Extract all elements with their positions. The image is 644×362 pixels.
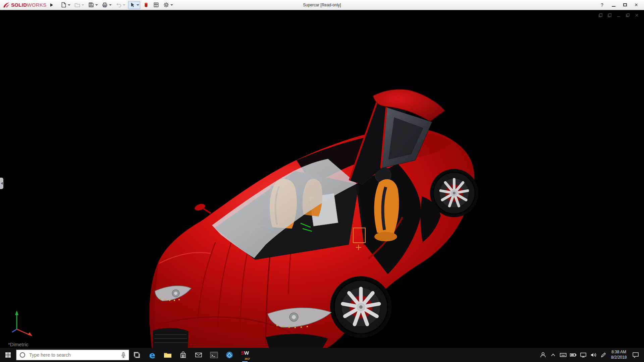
orientation-triad-icon — [12, 310, 33, 336]
restore-icon — [625, 13, 630, 18]
options-button[interactable] — [162, 1, 174, 9]
action-center-icon — [632, 352, 639, 358]
logo-text-solid: SOLID — [11, 2, 27, 8]
graphics-viewport[interactable]: *Dimetric — [0, 10, 644, 348]
restore-document-button[interactable] — [625, 12, 630, 18]
close-document-button[interactable] — [634, 12, 639, 18]
cascade-button[interactable] — [607, 12, 612, 18]
mail-icon — [195, 352, 202, 358]
minimize-button[interactable] — [608, 1, 619, 9]
edge-icon: e — [149, 350, 155, 360]
minimize-icon — [612, 6, 615, 7]
microphone-icon[interactable] — [121, 352, 126, 358]
open-button[interactable] — [73, 1, 85, 9]
undo-button[interactable] — [114, 1, 126, 9]
save-icon — [88, 2, 94, 8]
people-icon — [540, 352, 546, 358]
file-explorer-icon — [164, 352, 172, 358]
minimize-icon — [616, 13, 621, 18]
windows-logo-icon — [5, 352, 11, 358]
touch-keyboard-button[interactable] — [558, 348, 568, 362]
pen-button[interactable] — [598, 348, 608, 362]
dropdown-caret-icon — [68, 4, 70, 6]
taskbar-clock[interactable]: 8:38 AM 8/2/2018 — [608, 350, 629, 360]
dropdown-caret-icon — [123, 4, 125, 6]
play-icon — [50, 3, 53, 7]
save-button[interactable] — [87, 1, 99, 9]
clock-date: 8/2/2018 — [609, 355, 629, 360]
edge-button[interactable]: e — [145, 348, 160, 362]
appearance-button[interactable] — [142, 1, 150, 9]
taskbar-search[interactable] — [16, 350, 129, 360]
clock-time: 8:38 AM — [609, 350, 629, 355]
logo-text-works: WORKS — [27, 2, 46, 8]
task-view-icon — [133, 351, 141, 359]
gear-icon — [163, 2, 169, 8]
store-button[interactable] — [175, 348, 191, 362]
select-cursor-icon — [129, 2, 136, 8]
action-center-button[interactable] — [629, 348, 642, 362]
dropdown-caret-icon — [170, 4, 173, 6]
keyboard-icon — [560, 352, 567, 358]
new-document-button[interactable] — [59, 1, 71, 9]
document-window-controls — [598, 12, 639, 18]
system-tray: 8:38 AM 8/2/2018 — [538, 348, 644, 362]
grid-report-icon — [153, 2, 159, 8]
mail-button[interactable] — [191, 348, 206, 362]
solidworks-logo-mark — [3, 2, 10, 8]
console-icon — [210, 352, 218, 358]
search-input[interactable] — [29, 352, 118, 358]
solidworks-logo: SOLIDWORKS — [3, 2, 49, 8]
dropdown-caret-icon — [95, 4, 98, 6]
help-button[interactable]: ? — [597, 1, 607, 9]
pen-icon — [600, 352, 606, 358]
minimize-document-button[interactable] — [616, 12, 621, 18]
close-icon — [634, 13, 639, 18]
maximize-button[interactable] — [620, 1, 630, 9]
file-explorer-button[interactable] — [160, 348, 175, 362]
close-button[interactable]: × — [631, 1, 641, 9]
car-model-render — [0, 10, 644, 348]
solidworks-taskbar-button[interactable]: SW 2017 — [237, 348, 253, 362]
undo-icon — [115, 2, 122, 8]
print-icon — [102, 2, 108, 8]
network-button[interactable] — [578, 348, 588, 362]
hidden-icons-button[interactable] — [548, 348, 558, 362]
design-binder-button[interactable] — [152, 1, 160, 9]
store-icon — [180, 351, 186, 359]
speaker-icon — [590, 352, 597, 358]
start-button[interactable] — [0, 348, 16, 362]
task-view-button[interactable] — [129, 348, 145, 362]
quick-toolbar — [59, 1, 174, 9]
new-window-icon — [598, 13, 603, 18]
new-window-button[interactable] — [598, 12, 603, 18]
volume-button[interactable] — [588, 348, 598, 362]
appearance-cylinder-icon — [143, 2, 149, 8]
side-mirror — [194, 202, 211, 213]
close-icon: × — [635, 2, 638, 8]
dropdown-caret-icon — [82, 4, 84, 6]
edrawings-button[interactable] — [222, 348, 237, 362]
console-button[interactable] — [206, 348, 222, 362]
network-icon — [580, 352, 587, 358]
front-wheel — [334, 280, 388, 334]
dropdown-caret-icon — [109, 4, 112, 6]
battery-button[interactable] — [568, 348, 578, 362]
rear-wheel — [433, 172, 475, 214]
dropdown-caret-icon — [137, 4, 139, 6]
people-button[interactable] — [538, 348, 548, 362]
cascade-icon — [607, 13, 612, 18]
edrawings-icon — [225, 351, 233, 359]
select-tool-button[interactable] — [128, 1, 140, 9]
menu-expand-arrow[interactable] — [49, 1, 55, 9]
cortana-icon — [19, 352, 26, 358]
titlebar: SOLIDWORKS — [0, 0, 644, 10]
maximize-icon — [623, 3, 627, 6]
featuremanager-collapsed-tab[interactable] — [0, 178, 3, 189]
new-document-icon — [60, 2, 67, 8]
print-button[interactable] — [101, 1, 113, 9]
battery-icon — [570, 353, 577, 357]
view-orientation-label: *Dimetric — [8, 342, 29, 347]
chevron-up-icon — [550, 352, 556, 358]
open-folder-icon — [74, 2, 80, 8]
